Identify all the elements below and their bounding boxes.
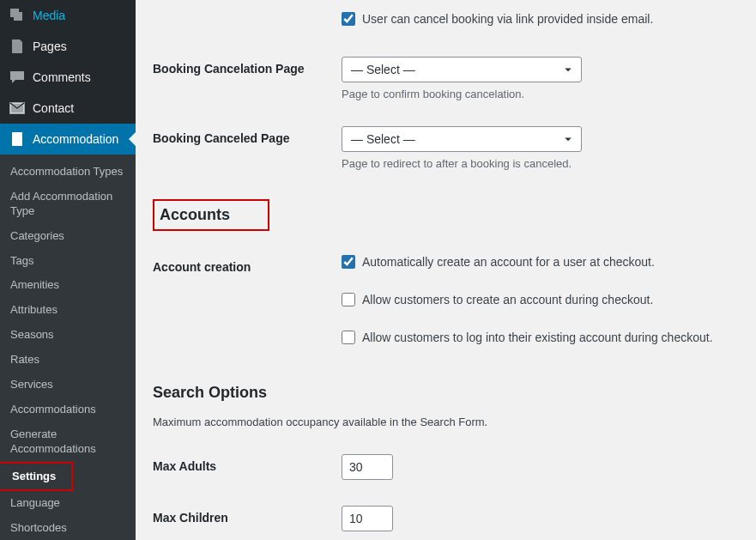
search-options-heading: Search Options: [153, 379, 279, 407]
envelope-icon: [9, 100, 26, 117]
menu-contact[interactable]: Contact: [0, 93, 136, 124]
cancel-page-help: Page to confirm booking cancelation.: [342, 88, 739, 100]
cancel-via-email-option[interactable]: User can cancel booking via link provide…: [342, 12, 739, 26]
sub-generate[interactable]: Generate Accommodations: [0, 422, 136, 462]
menu-label: Comments: [33, 70, 91, 84]
row-cancel-page: Booking Cancelation Page — Select — Page…: [153, 57, 739, 100]
sub-categories[interactable]: Categories: [0, 224, 136, 249]
sub-settings[interactable]: Settings: [2, 464, 66, 489]
menu-label: Media: [33, 9, 65, 22]
accounts-heading: Accounts: [153, 199, 269, 231]
highlight-settings: Settings: [0, 462, 73, 492]
sub-shortcodes[interactable]: Shortcodes: [0, 516, 136, 540]
menu-comments[interactable]: Comments: [0, 62, 136, 93]
canceled-page-label: Booking Canceled Page: [153, 126, 342, 145]
row-cancel-via-email: User can cancel booking via link provide…: [153, 12, 739, 31]
cancel-via-email-text: User can cancel booking via link provide…: [362, 12, 653, 26]
max-adults-label: Max Adults: [153, 454, 342, 473]
allow-create-text: Allow customers to create an account dur…: [362, 293, 653, 306]
cancel-page-select[interactable]: — Select —: [342, 57, 582, 82]
allow-create-option[interactable]: Allow customers to create an account dur…: [342, 293, 739, 306]
sub-accommodations[interactable]: Accommodations: [0, 397, 136, 422]
menu-label: Pages: [33, 39, 67, 53]
cancel-page-label: Booking Cancelation Page: [153, 57, 342, 76]
sub-add-type[interactable]: Add Accommodation Type: [0, 185, 136, 224]
row-max-adults: Max Adults: [153, 454, 739, 480]
auto-create-text: Automatically create an account for a us…: [362, 255, 655, 269]
auto-create-checkbox[interactable]: [342, 255, 355, 269]
sub-tags[interactable]: Tags: [0, 249, 136, 274]
sub-seasons[interactable]: Seasons: [0, 323, 136, 348]
account-creation-label: Account creation: [153, 255, 342, 274]
media-icon: [9, 7, 26, 24]
sub-language[interactable]: Language: [0, 491, 136, 516]
max-children-label: Max Children: [153, 506, 342, 525]
row-account-creation: Account creation Automatically create an…: [153, 255, 739, 349]
allow-create-checkbox[interactable]: [342, 293, 355, 306]
search-options-desc: Maximum accommodation occupancy availabl…: [153, 416, 739, 428]
cancel-via-email-checkbox[interactable]: [342, 12, 355, 26]
pages-icon: [9, 38, 26, 55]
menu-label: Contact: [33, 101, 74, 115]
settings-content: User can cancel booking via link provide…: [136, 0, 756, 540]
menu-pages[interactable]: Pages: [0, 31, 136, 62]
empty-label: [153, 12, 342, 17]
building-icon: [9, 130, 26, 148]
sub-types[interactable]: Accommodation Types: [0, 160, 136, 185]
sub-services[interactable]: Services: [0, 373, 136, 397]
allow-login-checkbox[interactable]: [342, 331, 355, 344]
admin-sidebar: Media Pages Comments Contact Accommodati…: [0, 0, 136, 540]
canceled-page-select[interactable]: — Select —: [342, 126, 582, 152]
row-max-children: Max Children: [153, 506, 739, 531]
sub-rates[interactable]: Rates: [0, 348, 136, 373]
allow-login-text: Allow customers to log into their existi…: [362, 331, 713, 344]
max-adults-input[interactable]: [342, 454, 393, 480]
menu-media[interactable]: Media: [0, 0, 136, 31]
auto-create-option[interactable]: Automatically create an account for a us…: [342, 255, 739, 269]
allow-login-option[interactable]: Allow customers to log into their existi…: [342, 331, 739, 344]
menu-accommodation[interactable]: Accommodation: [0, 124, 136, 155]
sub-amenities[interactable]: Amenities: [0, 273, 136, 298]
row-canceled-page: Booking Canceled Page — Select — Page to…: [153, 126, 739, 170]
max-children-input[interactable]: [342, 506, 393, 531]
canceled-page-help: Page to redirect to after a booking is c…: [342, 157, 739, 170]
comments-icon: [9, 69, 26, 86]
accommodation-submenu: Accommodation Types Add Accommodation Ty…: [0, 155, 136, 540]
menu-label: Accommodation: [33, 132, 118, 146]
sub-attributes[interactable]: Attributes: [0, 298, 136, 323]
